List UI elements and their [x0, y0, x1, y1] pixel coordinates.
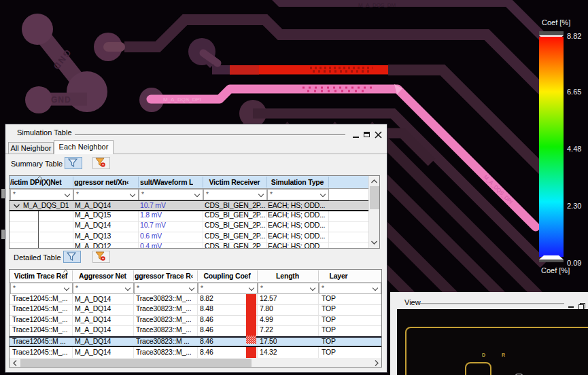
svg-text:M_A_DQS_DM: M_A_DQS_DM	[358, 2, 396, 8]
svg-text:Coef [%]: Coef [%]	[541, 266, 570, 274]
svg-text:M_A_DQS_DPI: M_A_DQS_DPI	[163, 96, 201, 103]
svg-text:2.30: 2.30	[567, 202, 581, 210]
svg-text:Coef [%]: Coef [%]	[542, 18, 570, 26]
svg-text:4.48: 4.48	[567, 145, 581, 153]
svg-text:GND: GND	[51, 95, 71, 105]
svg-text:6.65: 6.65	[567, 88, 581, 96]
svg-text:8.82: 8.82	[567, 32, 581, 40]
